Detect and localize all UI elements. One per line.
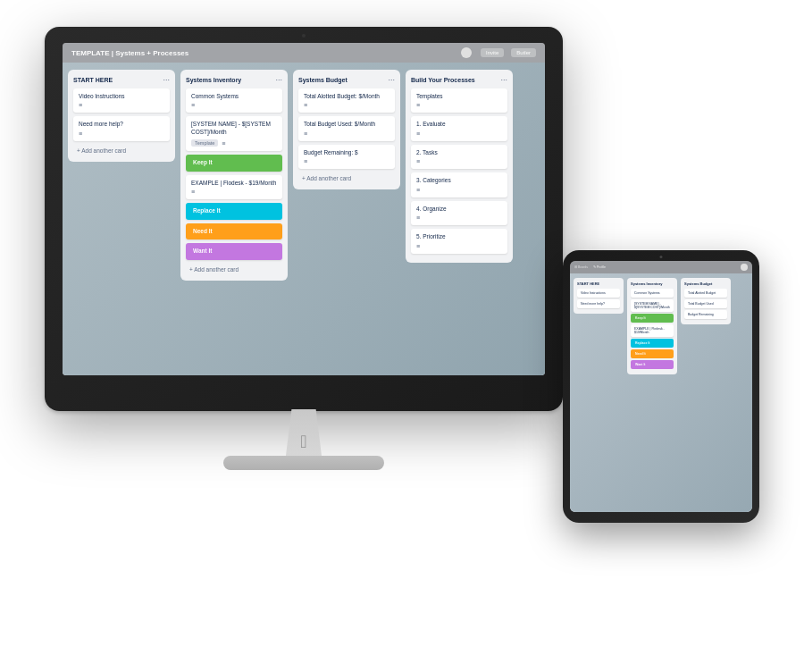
ipad-col-title-start: START HERE bbox=[577, 281, 620, 286]
add-card-start[interactable]: + Add another card bbox=[73, 145, 170, 156]
col-menu-start[interactable]: ··· bbox=[163, 75, 170, 84]
ipad-card-total-alotted: Total Alotted Budget bbox=[684, 289, 727, 298]
imac-camera bbox=[302, 34, 306, 38]
col-header-start: START HERE ··· bbox=[73, 75, 170, 84]
card-total-used[interactable]: Total Budget Used: $/Month ≡ bbox=[298, 116, 395, 140]
col-title-processes: Build Your Processes bbox=[411, 77, 475, 83]
ipad-trello-header: ⊞ Boards ✎ Profile bbox=[570, 261, 752, 273]
ipad-col-inventory: Systems Inventory Common Systems [SYSTEM… bbox=[627, 278, 677, 374]
ipad-card-common: Common Systems bbox=[631, 289, 674, 298]
ipad-card-want: Want It bbox=[631, 360, 674, 369]
card-3-categories[interactable]: 3. Categories ≡ bbox=[411, 172, 507, 197]
col-title-start: START HERE bbox=[73, 77, 113, 83]
ipad-trello-board: START HERE Video Instructions Need more … bbox=[570, 273, 752, 512]
ipad-card-total-used: Total Budget Used bbox=[684, 299, 727, 308]
ipad-card-keep-it: Keep It bbox=[631, 314, 674, 323]
trello-header: TEMPLATE | Systems + Processes Invite Bu… bbox=[63, 43, 545, 63]
add-card-budget-label: + Add another card bbox=[302, 175, 351, 181]
card-need-more-help[interactable]: Need more help? ≡ bbox=[73, 116, 170, 140]
ipad-card-flodesk: EXAMPLE | Flodesk - $19/Month bbox=[631, 324, 674, 337]
card-4-organize[interactable]: 4. Organize ≡ bbox=[411, 201, 507, 225]
card-templates[interactable]: Templates ≡ bbox=[411, 88, 507, 113]
ipad-col-title-budget: Systems Budget bbox=[684, 281, 727, 286]
ipad-card-help: Need more help? bbox=[577, 299, 620, 308]
ipad-screen: ⊞ Boards ✎ Profile START HERE Video Inst… bbox=[570, 261, 752, 512]
col-header-inventory: Systems Inventory ··· bbox=[186, 75, 282, 84]
card-5-prioritize[interactable]: 5. Prioritize ≡ bbox=[411, 229, 507, 253]
column-systems-inventory: Systems Inventory ··· Common Systems ≡ [… bbox=[180, 70, 288, 281]
imac-bezel: TEMPLATE | Systems + Processes Invite Bu… bbox=[45, 27, 563, 411]
column-start-here: START HERE ··· Video Instructions ≡ Need… bbox=[68, 70, 175, 162]
card-1-evaluate[interactable]: 1. Evaluate ≡ bbox=[411, 116, 507, 140]
card-budget-remaining[interactable]: Budget Remaining: $ ≡ bbox=[298, 145, 395, 169]
butler-button[interactable]: Butler bbox=[511, 48, 536, 57]
imac: TEMPLATE | Systems + Processes Invite Bu… bbox=[45, 27, 599, 545]
invite-button[interactable]: Invite bbox=[481, 48, 504, 57]
card-video-instructions[interactable]: Video Instructions ≡ bbox=[73, 88, 170, 113]
imac-stand-base bbox=[223, 456, 384, 470]
card-need-it[interactable]: Need It bbox=[186, 223, 282, 239]
ipad-bezel: ⊞ Boards ✎ Profile START HERE Video Inst… bbox=[563, 250, 759, 523]
ipad-col-start: START HERE Video Instructions Need more … bbox=[574, 278, 624, 314]
card-system-template[interactable]: [SYSTEM NAME] - $[SYSTEM COST]/Month Tem… bbox=[186, 116, 282, 151]
ipad-col-title-inventory: Systems Inventory bbox=[631, 281, 674, 286]
imac-screen: TEMPLATE | Systems + Processes Invite Bu… bbox=[63, 43, 545, 375]
column-systems-budget: Systems Budget ··· Total Alotted Budget:… bbox=[293, 70, 400, 189]
card-common-systems[interactable]: Common Systems ≡ bbox=[186, 88, 282, 113]
user-avatar bbox=[461, 47, 472, 58]
ipad-card-replace: Replace It bbox=[631, 339, 674, 348]
add-card-start-label: + Add another card bbox=[77, 147, 126, 154]
apple-logo-icon:  bbox=[291, 429, 316, 454]
ipad-card-sys-template: [SYSTEM NAME] - $[SYSTEM COST]/Month bbox=[631, 299, 674, 312]
col-menu-inventory[interactable]: ··· bbox=[275, 75, 282, 84]
board-title: TEMPLATE | Systems + Processes bbox=[71, 49, 454, 57]
template-tag: Template bbox=[191, 139, 218, 147]
ipad-col-budget: Systems Budget Total Alotted Budget Tota… bbox=[681, 278, 731, 324]
card-2-tasks[interactable]: 2. Tasks ≡ bbox=[411, 145, 507, 169]
card-keep-it[interactable]: Keep It bbox=[186, 155, 282, 171]
ipad-card-video: Video Instructions bbox=[577, 289, 620, 298]
trello-board: START HERE ··· Video Instructions ≡ Need… bbox=[63, 63, 545, 375]
add-card-inventory[interactable]: + Add another card bbox=[186, 264, 282, 275]
card-want-it[interactable]: Want It bbox=[186, 243, 282, 259]
col-menu-processes[interactable]: ··· bbox=[500, 75, 507, 84]
col-title-inventory: Systems Inventory bbox=[186, 77, 241, 83]
add-card-budget[interactable]: + Add another card bbox=[298, 172, 395, 184]
card-example-flodesk[interactable]: EXAMPLE | Flodesk - $19/Month ≡ bbox=[186, 175, 282, 199]
scene: TEMPLATE | Systems + Processes Invite Bu… bbox=[0, 0, 804, 672]
ipad-camera-icon bbox=[660, 256, 663, 258]
ipad-card-remaining: Budget Remaining bbox=[684, 310, 727, 319]
column-build-processes: Build Your Processes ··· Templates ≡ 1. … bbox=[406, 70, 513, 263]
col-header-budget: Systems Budget ··· bbox=[298, 75, 395, 84]
ipad: ⊞ Boards ✎ Profile START HERE Video Inst… bbox=[563, 250, 768, 536]
col-title-budget: Systems Budget bbox=[298, 77, 348, 83]
add-card-inventory-label: + Add another card bbox=[189, 266, 239, 273]
col-header-processes: Build Your Processes ··· bbox=[411, 75, 507, 84]
card-replace-it[interactable]: Replace It bbox=[186, 203, 282, 219]
col-menu-budget[interactable]: ··· bbox=[388, 75, 395, 84]
card-total-alotted[interactable]: Total Alotted Budget: $/Month ≡ bbox=[298, 88, 395, 113]
ipad-card-need: Need It bbox=[631, 349, 674, 358]
